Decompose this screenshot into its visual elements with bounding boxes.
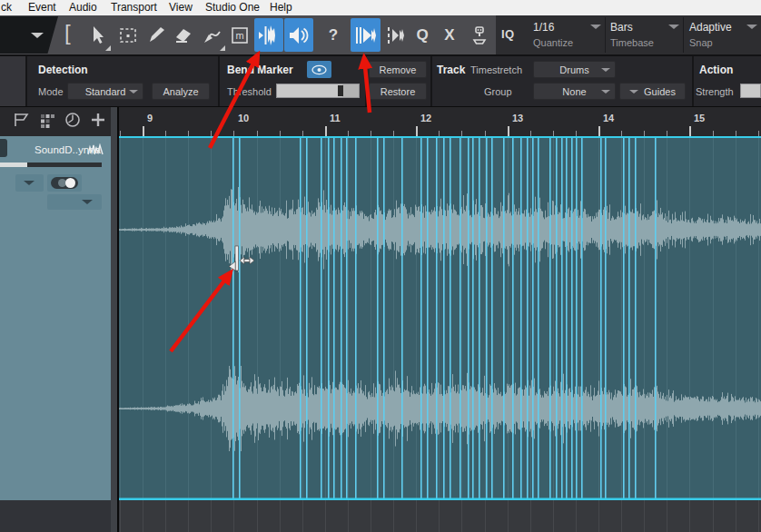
panel-splitter[interactable]: [111, 107, 119, 532]
menu-item-studio-one[interactable]: Studio One: [205, 1, 260, 15]
macro-button[interactable]: [466, 18, 493, 52]
mute-tool[interactable]: m: [228, 18, 252, 52]
bar-tick: [143, 126, 144, 136]
bar-number: 9: [147, 113, 153, 123]
mode-label: Mode: [38, 86, 64, 97]
playdash-icon: [385, 24, 409, 47]
quantize-apply-button[interactable]: Q: [410, 18, 434, 52]
waveform-editor-canvas[interactable]: [119, 136, 761, 532]
track-toggle[interactable]: [47, 174, 82, 192]
clock-icon[interactable]: [64, 112, 82, 132]
show-bend-markers-toggle[interactable]: [307, 61, 331, 78]
menu-item-event[interactable]: Event: [28, 1, 56, 15]
threshold-label: Threshold: [227, 86, 272, 97]
studio-one-audio-bend-editor: ckEventAudioTransportViewStudio OneHelp …: [0, 0, 761, 532]
flyout-indicator: [220, 45, 225, 51]
eraser-tool[interactable]: [171, 18, 196, 52]
snap-select-value[interactable]: Adaptive: [689, 21, 732, 34]
bar-tick: [416, 126, 418, 136]
range-tool[interactable]: [114, 18, 142, 52]
bend-marker-title: Bend Marker: [227, 64, 293, 76]
clear-button-glyph: X: [444, 26, 454, 44]
playbend-icon: [353, 24, 378, 47]
action-title: Action: [699, 64, 733, 76]
track-options-dropdown[interactable]: [15, 174, 44, 192]
range-icon: [117, 25, 139, 45]
listen-tool[interactable]: [284, 18, 313, 52]
bar-number: 15: [694, 113, 705, 123]
timebase-select-label: Timebase: [610, 37, 654, 48]
paint-tool[interactable]: [198, 18, 226, 52]
track-layer-dropdown[interactable]: [47, 194, 102, 210]
track-header-panel: SoundD..ynna: [0, 136, 111, 500]
bar-number: 11: [330, 113, 341, 123]
menu-bar: ckEventAudioTransportViewStudio OneHelp: [0, 0, 761, 15]
bend-marker-cursor-icon: [227, 243, 258, 276]
clipped-button[interactable]: [0, 139, 7, 157]
timebase-select-value[interactable]: Bars: [610, 21, 633, 34]
input-quantize-label[interactable]: IQ: [501, 27, 515, 41]
waveform-icon: [87, 143, 104, 156]
split-tool[interactable]: [143, 18, 169, 52]
analyze-button[interactable]: Analyze: [152, 83, 210, 100]
bend-tool[interactable]: [254, 18, 283, 52]
timebase-select[interactable]: BarsTimebase: [610, 15, 683, 54]
timestretch-select[interactable]: Drums: [533, 61, 616, 78]
menu-item-view[interactable]: View: [169, 1, 193, 15]
arrow-tool[interactable]: [83, 18, 112, 52]
strength-label: Strength: [696, 86, 734, 97]
chevron-down-icon: [24, 181, 35, 185]
bar-tick: [508, 126, 509, 136]
snap-select[interactable]: AdaptiveSnap: [689, 15, 761, 54]
clear-button[interactable]: X: [438, 18, 461, 52]
bar-tick: [598, 126, 600, 136]
edit-panels-row: Detection Mode Standard Analyze Bend Mar…: [0, 56, 761, 107]
detection-title: Detection: [38, 64, 88, 76]
remove-button[interactable]: Remove: [369, 61, 427, 78]
threshold-slider[interactable]: [276, 84, 360, 98]
bar-tick: [325, 126, 327, 136]
chevron-down-icon: [668, 25, 679, 29]
guides-button[interactable]: Guides: [619, 83, 686, 100]
play-bend-button[interactable]: [351, 18, 380, 52]
editor-tab-selector[interactable]: [0, 16, 58, 54]
eraser-icon: [173, 25, 194, 45]
plus-icon[interactable]: [89, 112, 107, 132]
group-bracket: [: [64, 20, 71, 45]
quantize-select[interactable]: 1/16Quantize: [533, 15, 606, 54]
help-button[interactable]: ?: [321, 18, 346, 52]
menu-item-ck[interactable]: ck: [1, 1, 12, 15]
restore-button[interactable]: Restore: [369, 83, 427, 100]
flag-icon[interactable]: [13, 112, 31, 132]
quantize-select-value[interactable]: 1/16: [533, 21, 554, 34]
speaker-icon: [287, 25, 311, 46]
chevron-down-icon: [129, 90, 138, 94]
eye-icon: [311, 64, 327, 75]
quantize-select-label: Quantize: [533, 37, 573, 48]
macro-icon: [469, 25, 489, 46]
help-button-glyph: ?: [329, 26, 338, 44]
ruler-icon-strip: [0, 107, 111, 136]
bar-number: 12: [420, 113, 431, 123]
menu-item-audio[interactable]: Audio: [69, 1, 97, 15]
svg-text:m: m: [235, 30, 243, 41]
bar-tick: [689, 126, 691, 136]
bar-number: 10: [238, 113, 249, 123]
strength-slider[interactable]: [740, 84, 761, 98]
chevron-down-icon: [82, 200, 93, 204]
menu-item-help[interactable]: Help: [270, 1, 292, 15]
quantize-apply-button-glyph: Q: [416, 26, 428, 44]
group-select[interactable]: None: [533, 83, 616, 100]
panels-corner: [0, 56, 25, 106]
pencil-icon: [146, 25, 166, 45]
toolbar: [ m?QX IQ 1/16QuantizeBarsTimebaseAdapti…: [0, 15, 761, 56]
detection-mode-select[interactable]: Standard: [67, 83, 143, 100]
menu-item-transport[interactable]: Transport: [111, 1, 157, 15]
chevron-down-icon: [629, 90, 638, 94]
play-original-button[interactable]: [382, 18, 410, 52]
flyout-indicator: [105, 45, 111, 51]
track-meter: [0, 163, 102, 167]
bend-icon: [257, 24, 281, 47]
mute-icon: m: [230, 25, 250, 45]
grid-icon[interactable]: [38, 112, 56, 132]
